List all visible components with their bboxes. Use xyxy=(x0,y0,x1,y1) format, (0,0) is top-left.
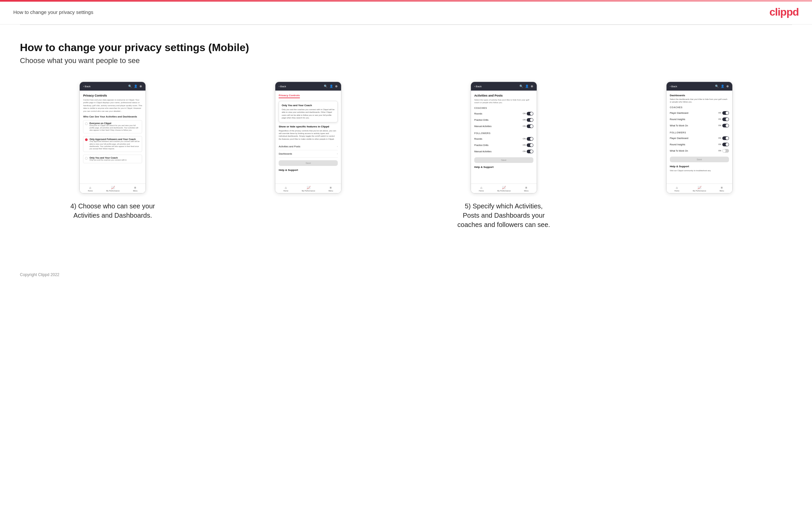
radio-desc-approved: Only approved followers and coaches you … xyxy=(89,140,140,150)
header-icons-3: 🔍 👤 ⊕ xyxy=(519,84,534,88)
dashboards-title: Dashboards xyxy=(670,94,729,97)
nav-home-4[interactable]: ⌂ Home xyxy=(674,186,679,192)
performance-icon-2: 📈 xyxy=(307,186,310,189)
nav-menu-2[interactable]: ≡ Menu xyxy=(328,186,333,192)
save-button-3[interactable]: Save xyxy=(474,157,534,163)
top-bar: How to change your privacy settings clip… xyxy=(0,0,812,24)
mockup-group-4: ‹ Back 🔍 👤 ⊕ Dashboards Select the dashb… xyxy=(606,81,792,193)
coaches-drills-toggle[interactable] xyxy=(527,118,534,122)
followers-round-insights-toggle[interactable] xyxy=(722,143,729,146)
phone-mockup-3: ‹ Back 🔍 👤 ⊕ Activities and Posts Select… xyxy=(471,81,537,193)
followers-work-on-toggle[interactable] xyxy=(722,149,729,153)
coaches-player-dash-toggle[interactable] xyxy=(722,111,729,115)
back-button-2[interactable]: ‹ Back xyxy=(278,85,286,88)
nav-performance-1[interactable]: 📈 My Performance xyxy=(106,186,119,192)
followers-round-insights-label: Round Insights xyxy=(670,143,686,146)
mockup-group-3: ‹ Back 🔍 👤 ⊕ Activities and Posts Select… xyxy=(411,81,597,229)
coaches-work-on-value: ON xyxy=(718,124,721,126)
coaches-round-insights-label: Round Insights xyxy=(670,118,686,120)
nav-performance-label-4: My Performance xyxy=(693,190,706,192)
settings-icon-1[interactable]: ⊕ xyxy=(140,84,142,88)
back-button-4[interactable]: ‹ Back xyxy=(670,85,677,88)
followers-rounds-row: Rounds ON xyxy=(474,136,534,142)
nav-menu-1[interactable]: ≡ Menu xyxy=(133,186,138,192)
nav-menu-4[interactable]: ≡ Menu xyxy=(720,186,724,192)
followers-rounds-toggle[interactable] xyxy=(527,137,534,141)
help-desc-4: Visit our Clippd community to troublesho… xyxy=(670,169,729,172)
mockups-row: ‹ Back 🔍 👤 ⊕ Privacy Controls Control ho… xyxy=(20,81,792,229)
coaches-drills-value: ON xyxy=(523,119,526,121)
followers-drills-value: ON xyxy=(523,144,526,146)
nav-home-2[interactable]: ⌂ Home xyxy=(283,186,288,192)
privacy-controls-desc-1: Control how and your data appears to eve… xyxy=(83,99,142,112)
nav-home-1[interactable]: ⌂ Home xyxy=(88,186,93,192)
settings-icon-4[interactable]: ⊕ xyxy=(726,84,729,88)
followers-drills-toggle[interactable] xyxy=(527,143,534,147)
menu-item-activities[interactable]: Activities and Posts › xyxy=(278,143,338,150)
coaches-manual-value: ON xyxy=(523,125,526,127)
coaches-rounds-label: Rounds xyxy=(474,112,482,115)
phone-nav-1: ⌂ Home 📈 My Performance ≡ Menu xyxy=(80,183,146,193)
nav-menu-label-1: Menu xyxy=(133,190,138,192)
coaches-work-on-toggle[interactable] xyxy=(722,124,729,127)
followers-manual-toggle[interactable] xyxy=(527,150,534,153)
home-icon-3: ⌂ xyxy=(480,186,482,189)
coaches-work-on-row: What To Work On ON xyxy=(670,122,729,129)
followers-work-on-value: ON xyxy=(718,150,721,152)
phone-header-3: ‹ Back 🔍 👤 ⊕ xyxy=(471,82,537,91)
save-button-2[interactable]: Save xyxy=(278,160,338,166)
back-button-3[interactable]: ‹ Back xyxy=(474,85,481,88)
profile-icon-2[interactable]: 👤 xyxy=(329,84,333,88)
nav-performance-3[interactable]: 📈 My Performance xyxy=(497,186,510,192)
topbar-title: How to change your privacy settings xyxy=(13,9,93,15)
performance-icon-3: 📈 xyxy=(502,186,506,189)
help-title-3: Help & Support xyxy=(474,166,534,169)
profile-icon-1[interactable]: 👤 xyxy=(134,84,138,88)
nav-menu-3[interactable]: ≡ Menu xyxy=(524,186,529,192)
followers-rounds-label: Rounds xyxy=(474,138,482,140)
phone-body-1: Privacy Controls Control how and your da… xyxy=(80,91,146,183)
privacy-controls-title-1: Privacy Controls xyxy=(83,94,142,97)
back-button-1[interactable]: ‹ Back xyxy=(83,85,90,88)
search-icon-2[interactable]: 🔍 xyxy=(324,84,327,88)
followers-manual-value: ON xyxy=(523,150,526,152)
coaches-round-insights-toggle[interactable] xyxy=(722,117,729,121)
settings-icon-2[interactable]: ⊕ xyxy=(335,84,338,88)
settings-icon-3[interactable]: ⊕ xyxy=(531,84,534,88)
radio-circle-you-coach xyxy=(85,157,88,160)
coaches-drills-row: Practice Drills ON xyxy=(474,117,534,123)
coaches-round-insights-row: Round Insights ON xyxy=(670,116,729,122)
nav-home-3[interactable]: ⌂ Home xyxy=(479,186,484,192)
menu-item-dashboards[interactable]: Dashboards › xyxy=(278,150,338,158)
menu-icon-2: ≡ xyxy=(330,186,332,189)
nav-performance-label-3: My Performance xyxy=(497,190,510,192)
privacy-tab-2[interactable]: Privacy Controls xyxy=(278,94,300,98)
menu-icon-3: ≡ xyxy=(525,186,527,189)
search-icon-1[interactable]: 🔍 xyxy=(128,84,132,88)
coaches-rounds-value: ON xyxy=(523,112,526,114)
profile-icon-3[interactable]: 👤 xyxy=(525,84,529,88)
radio-approved[interactable]: Only Approved Followers and Your Coach O… xyxy=(83,136,142,152)
nav-performance-4[interactable]: 📈 My Performance xyxy=(693,186,706,192)
search-icon-3[interactable]: 🔍 xyxy=(519,84,523,88)
nav-performance-2[interactable]: 📈 My Performance xyxy=(302,186,315,192)
home-icon-4: ⌂ xyxy=(676,186,678,189)
activities-posts-title: Activities and Posts xyxy=(474,94,534,97)
followers-header-3: FOLLOWERS xyxy=(474,132,534,134)
page-title: How to change your privacy settings (Mob… xyxy=(20,42,792,54)
save-button-4[interactable]: Save xyxy=(670,157,729,162)
coaches-drills-label: Practice Drills xyxy=(474,119,489,121)
radio-everyone[interactable]: Everyone on Clippd Everyone on Clippd ca… xyxy=(83,120,142,133)
radio-you-coach[interactable]: Only You and Your Coach Only you and the… xyxy=(83,155,142,163)
header-icons-2: 🔍 👤 ⊕ xyxy=(324,84,338,88)
coaches-manual-toggle[interactable] xyxy=(527,124,534,128)
coaches-player-dash-row: Player Dashboard ON xyxy=(670,110,729,116)
search-icon-4[interactable]: 🔍 xyxy=(715,84,719,88)
coaches-rounds-toggle[interactable] xyxy=(527,112,534,115)
header-icons-4: 🔍 👤 ⊕ xyxy=(715,84,729,88)
followers-player-dash-toggle[interactable] xyxy=(722,136,729,140)
profile-icon-4[interactable]: 👤 xyxy=(721,84,724,88)
home-icon-1: ⌂ xyxy=(89,186,91,189)
help-title-2: Help & Support xyxy=(278,169,338,172)
phone-body-4: Dashboards Select the dashboards that yo… xyxy=(666,91,732,183)
